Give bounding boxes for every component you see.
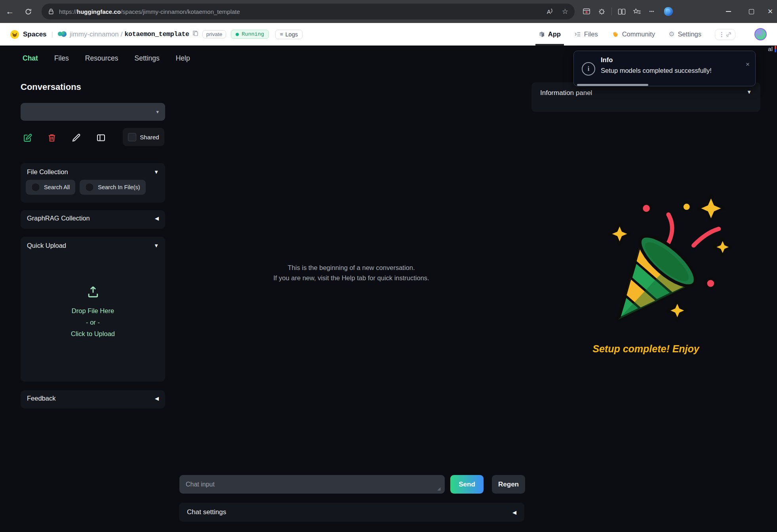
empty-conversation-message: This is the beginning of a new conversat…: [179, 262, 524, 283]
search-in-files-option[interactable]: Search In File(s): [80, 180, 145, 195]
private-badge: private: [202, 30, 227, 38]
path-separator: /: [121, 30, 123, 38]
send-button[interactable]: Send: [450, 475, 484, 494]
graphrag-panel[interactable]: GraphRAG Collection ◀: [21, 210, 165, 229]
screen: ← https://huggingface.co/spaces/jimmy-ci…: [0, 0, 777, 532]
party-popper-illustration: [595, 191, 734, 325]
info-icon: i: [582, 62, 595, 76]
radio-icon: [31, 183, 40, 192]
running-dot-icon: [236, 33, 239, 36]
owner-link[interactable]: jimmy-cinnamon: [70, 30, 119, 38]
new-conversation-icon[interactable]: [22, 133, 32, 143]
hf-tab-app[interactable]: App: [539, 23, 561, 46]
gear-icon: ⚙: [668, 30, 674, 38]
select-caret-icon: ▾: [156, 109, 159, 115]
app-tab-bar: Chat Files Resources Settings Help: [23, 54, 190, 63]
browser-toolbar: ← https://huggingface.co/spaces/jimmy-ci…: [0, 0, 777, 23]
refresh-icon[interactable]: [21, 4, 36, 19]
hf-tab-settings[interactable]: ⚙ Settings: [668, 23, 701, 46]
upload-dropzone[interactable]: Drop File Here - or - Click to Upload: [21, 284, 165, 340]
toast-progress-bar: [577, 84, 648, 86]
minimize-button[interactable]: [719, 0, 737, 23]
chat-settings-title: Chat settings: [187, 508, 226, 516]
click-to-upload-link[interactable]: Click to Upload: [21, 328, 165, 340]
repo-link[interactable]: kotaemon_template: [124, 30, 189, 38]
shared-checkbox[interactable]: [128, 133, 136, 141]
collapse-caret-icon[interactable]: ▼: [154, 243, 159, 249]
toast-title: Info: [601, 56, 613, 64]
regen-button[interactable]: Regen: [492, 475, 525, 494]
collapsed-caret-icon[interactable]: ◀: [155, 395, 159, 401]
chat-settings-accordion[interactable]: Chat settings ◀: [179, 503, 524, 522]
running-badge[interactable]: Running: [231, 30, 269, 39]
spaces-brand[interactable]: Spaces: [23, 30, 47, 38]
toast-close-icon[interactable]: ×: [746, 61, 750, 68]
close-button[interactable]: ×: [761, 0, 777, 23]
maximize-button[interactable]: [742, 0, 760, 23]
logs-button[interactable]: ≡Logs: [275, 30, 303, 39]
favorite-star-icon[interactable]: ☆: [562, 7, 568, 16]
more-options-button[interactable]: ⋮: [715, 29, 735, 40]
information-panel-title: Information panel: [540, 89, 592, 105]
split-screen-icon[interactable]: [614, 4, 629, 19]
file-collection-panel: File Collection ▼ Search All Search In F…: [21, 163, 165, 203]
read-aloud-icon[interactable]: A: [547, 8, 553, 15]
information-panel[interactable]: Information panel ▼: [531, 82, 760, 112]
delete-conversation-icon[interactable]: [47, 133, 57, 143]
radio-icon: [85, 183, 94, 192]
back-icon[interactable]: ←: [2, 4, 17, 19]
tab-files[interactable]: Files: [54, 54, 69, 63]
upload-icon: [86, 284, 100, 298]
lock-icon: [48, 8, 54, 15]
hf-tab-files[interactable]: Files: [574, 23, 598, 46]
shared-toggle[interactable]: Shared: [123, 128, 164, 146]
rename-conversation-icon[interactable]: [71, 133, 82, 143]
graphrag-title: GraphRAG Collection: [27, 215, 90, 222]
url-text: https://huggingface.co/spaces/jimmy-cinn…: [59, 8, 240, 15]
community-hand-icon: [611, 30, 619, 38]
chat-input[interactable]: [179, 475, 445, 494]
collapse-caret-icon[interactable]: ▼: [154, 169, 159, 175]
toolbar-divider: [611, 8, 612, 15]
space-avatar-icon: [58, 31, 67, 38]
user-avatar[interactable]: [754, 28, 767, 40]
hf-tab-community[interactable]: Community: [611, 23, 655, 46]
extensions-icon[interactable]: [594, 4, 609, 19]
conversation-select[interactable]: ▾: [21, 103, 165, 121]
conversation-actions: [22, 129, 106, 147]
collapsed-caret-icon[interactable]: ◀: [155, 215, 159, 221]
huggingface-logo-icon: [10, 30, 19, 39]
tab-chat[interactable]: Chat: [23, 54, 38, 63]
collapse-caret-icon[interactable]: ▼: [747, 89, 752, 105]
clipped-corner-fragment: al: [768, 46, 776, 52]
favorites-bar-icon[interactable]: [629, 4, 644, 19]
toggle-panel-icon[interactable]: [96, 133, 106, 143]
quick-upload-title: Quick Upload: [27, 242, 66, 249]
address-bar[interactable]: https://huggingface.co/spaces/jimmy-cinn…: [42, 4, 575, 19]
settings-menu-icon[interactable]: •••: [644, 4, 659, 19]
kotaemon-app: Chat Files Resources Settings Help al Co…: [0, 46, 777, 532]
tab-resources[interactable]: Resources: [85, 54, 118, 63]
setup-complete-text: Setup complete! Enjoy: [531, 343, 760, 355]
drop-file-text: Drop File Here: [21, 305, 165, 317]
quick-upload-panel: Quick Upload ▼ Drop File Here - or - Cli…: [21, 237, 165, 382]
browser-essentials-icon[interactable]: [579, 4, 594, 19]
tab-settings[interactable]: Settings: [135, 54, 160, 63]
files-tree-icon: [574, 31, 581, 38]
toast-message: Setup models completed successfully!: [601, 67, 712, 74]
copilot-icon[interactable]: [661, 4, 676, 19]
hf-spaces-header: Spaces | jimmy-cinnamon / kotaemon_templ…: [0, 23, 777, 46]
or-text: - or -: [21, 317, 165, 328]
file-collection-title: File Collection: [27, 168, 68, 176]
info-toast: i Info Setup models completed successful…: [573, 51, 756, 86]
search-all-option[interactable]: Search All: [26, 180, 75, 195]
copy-icon[interactable]: [192, 30, 198, 38]
cube-icon: [539, 31, 545, 38]
link-icon: [726, 32, 731, 37]
tab-help[interactable]: Help: [176, 54, 190, 63]
logs-icon: ≡: [280, 31, 283, 37]
feedback-title: Feedback: [27, 395, 55, 402]
header-divider: |: [51, 30, 53, 38]
feedback-panel[interactable]: Feedback ◀: [21, 390, 165, 408]
collapsed-caret-icon: ◀: [512, 509, 516, 515]
